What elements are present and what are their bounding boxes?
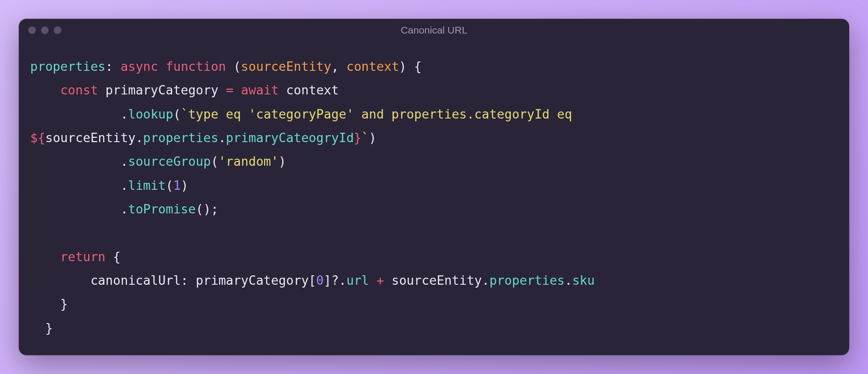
window-title: Canonical URL: [19, 25, 849, 36]
code-token: (: [173, 107, 181, 121]
code-token: properties: [489, 273, 565, 288]
code-token: ]: [324, 273, 331, 288]
code-token: ,: [331, 59, 346, 74]
code-token: ): [399, 59, 407, 74]
code-token: (: [234, 59, 241, 74]
code-token: :: [181, 273, 196, 288]
code-token: [369, 273, 376, 288]
code-token: limit: [128, 178, 166, 193]
code-token: [30, 202, 120, 216]
code-token: [30, 321, 45, 335]
code-token: ?.: [331, 273, 346, 288]
code-token: .: [565, 273, 572, 288]
code-token: [158, 59, 166, 74]
code-token: lookup: [128, 107, 173, 121]
code-token: [: [309, 273, 316, 288]
code-token: [30, 107, 120, 121]
code-token: `: [361, 130, 369, 145]
code-token: .: [482, 273, 489, 288]
code-token: }: [354, 130, 361, 145]
code-token: ): [369, 130, 376, 145]
code-token: .: [120, 202, 128, 216]
code-token: return: [60, 249, 106, 264]
code-token: url: [346, 273, 369, 288]
code-token: primaryCateogryId: [226, 130, 354, 145]
code-token: async: [120, 59, 158, 74]
code-token: sourceEntity: [45, 130, 135, 145]
code-token: 1: [173, 178, 181, 193]
code-token: }: [60, 297, 68, 311]
code-token: properties: [30, 59, 106, 74]
code-token: (: [211, 154, 218, 169]
code-editor[interactable]: properties: async function (sourceEntity…: [19, 42, 849, 355]
window-titlebar: Canonical URL: [19, 19, 849, 42]
code-token: [30, 297, 60, 311]
code-token: sourceEntity: [241, 59, 331, 74]
code-token: [30, 154, 120, 169]
code-token: properties: [143, 130, 218, 145]
close-icon[interactable]: [28, 26, 36, 34]
code-token: const: [60, 83, 98, 97]
code-token: =: [226, 83, 234, 97]
code-token: sourceEntity: [392, 273, 482, 288]
code-token: }: [45, 321, 53, 335]
code-token: sku: [572, 273, 595, 288]
code-token: [106, 249, 113, 264]
code-token: await: [241, 83, 279, 97]
code-token: .: [120, 178, 128, 193]
minimize-icon[interactable]: [41, 26, 49, 34]
code-token: [30, 83, 60, 97]
code-token: ${: [30, 130, 45, 145]
code-token: context: [346, 59, 399, 74]
code-token: (: [196, 202, 203, 216]
code-token: [407, 59, 414, 74]
code-token: toPromise: [128, 202, 196, 216]
code-token: ): [279, 154, 286, 169]
code-token: [30, 249, 60, 264]
code-token: sourceGroup: [128, 154, 211, 169]
code-token: `: [181, 107, 188, 121]
code-token: [218, 83, 226, 97]
traffic-lights: [28, 26, 61, 34]
code-token: .: [120, 107, 128, 121]
code-token: +: [376, 273, 384, 288]
code-token: ): [203, 202, 211, 216]
code-token: [30, 178, 120, 193]
code-token: 'random': [218, 154, 279, 169]
code-token: primaryCategory: [196, 273, 309, 288]
code-token: [279, 83, 286, 97]
code-token: ;: [211, 202, 218, 216]
code-token: 0: [316, 273, 324, 288]
code-token: function: [166, 59, 226, 74]
code-token: primaryCategory: [106, 83, 218, 97]
code-token: ): [181, 178, 188, 193]
code-token: context: [286, 83, 339, 97]
code-token: [98, 83, 106, 97]
code-token: {: [113, 249, 121, 264]
code-token: .: [135, 130, 143, 145]
code-token: [384, 273, 392, 288]
code-token: canonicalUrl: [91, 273, 181, 288]
code-token: .: [218, 130, 226, 145]
code-token: [234, 83, 241, 97]
code-token: :: [106, 59, 121, 74]
code-token: .: [120, 154, 128, 169]
code-window: Canonical URL properties: async function…: [19, 19, 849, 355]
code-token: [30, 273, 91, 288]
zoom-icon[interactable]: [54, 26, 61, 34]
code-token: type eq 'categoryPage' and properties.ca…: [188, 107, 580, 121]
code-token: (: [166, 178, 173, 193]
code-token: {: [414, 59, 422, 74]
code-token: [226, 59, 234, 74]
